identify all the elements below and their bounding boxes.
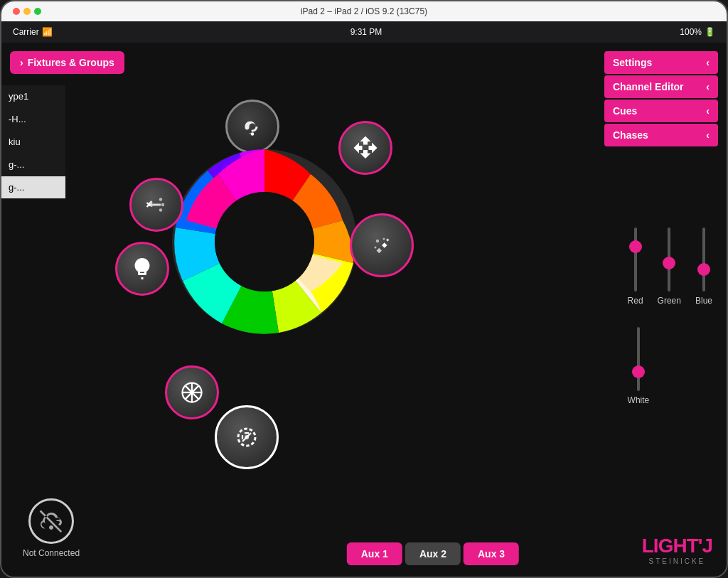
color-picker-button[interactable]	[215, 405, 279, 469]
ear-icon	[240, 114, 265, 139]
color-wheel-inner	[215, 192, 314, 291]
wifi-icon: 📶	[42, 27, 53, 37]
logo-text: LIGHT'J	[642, 535, 712, 557]
sidebar-item-1[interactable]: -H...	[1, 108, 65, 131]
no-connection-icon	[38, 508, 64, 534]
battery-icon: 🔋	[705, 27, 715, 37]
time-display: 9:31 PM	[350, 27, 382, 37]
not-connected-icon	[28, 498, 74, 544]
shutter-icon	[179, 380, 205, 405]
sidebar-item-3[interactable]: g-...	[1, 154, 65, 176]
green-slider-thumb[interactable]	[663, 257, 675, 269]
white-slider-row: White	[628, 327, 712, 405]
channel-editor-label: Channel Editor	[613, 81, 684, 92]
fixtures-groups-label: Fixtures & Groups	[28, 57, 114, 68]
channel-editor-button[interactable]: Channel Editor ‹	[604, 75, 718, 98]
red-slider-label: Red	[628, 296, 643, 306]
sidebar-list: ype1 -H... kiu g-... g-...	[1, 85, 65, 199]
blue-slider-label: Blue	[695, 296, 712, 306]
cues-button[interactable]: Cues ‹	[604, 100, 718, 122]
channel-editor-chevron: ‹	[706, 81, 710, 92]
aux2-button[interactable]: Aux 2	[405, 542, 461, 565]
aux1-button[interactable]: Aux 1	[347, 542, 402, 565]
svg-point-2	[383, 238, 385, 240]
window-controls[interactable]	[13, 8, 41, 15]
color-wheel-container	[172, 149, 357, 334]
white-slider-thumb[interactable]	[632, 365, 645, 378]
mac-status-bar: iPad 2 – iPad 2 / iOS 9.2 (13C75)	[1, 1, 727, 21]
fullscreen-dot[interactable]	[34, 8, 41, 15]
white-slider-track[interactable]	[637, 327, 640, 391]
not-connected-area: Not Connected	[23, 498, 80, 558]
color-wheel-area	[115, 100, 414, 469]
svg-point-12	[159, 198, 163, 201]
logo-area: LIGHT'J STEINICKE	[642, 535, 712, 565]
red-slider-thumb[interactable]	[629, 240, 642, 253]
chases-chevron: ‹	[706, 129, 710, 141]
svg-point-0	[251, 132, 255, 136]
effects-icon	[369, 232, 395, 258]
right-panel: Settings ‹ Channel Editor ‹ Cues ‹ Chase…	[604, 51, 718, 146]
white-slider-col: White	[628, 327, 650, 405]
chases-label: Chases	[613, 129, 648, 141]
fixtures-groups-button[interactable]: › Fixtures & Groups	[10, 51, 124, 74]
shutter-button[interactable]	[165, 365, 219, 419]
svg-point-3	[375, 247, 377, 249]
cues-label: Cues	[613, 105, 637, 117]
green-slider-label: Green	[658, 296, 681, 306]
green-slider-col: Green	[658, 228, 681, 306]
ios-status-bar: Carrier 📶 9:31 PM 100% 🔋	[1, 21, 727, 43]
lamp-icon	[129, 256, 155, 282]
chases-button[interactable]: Chases ‹	[604, 124, 718, 146]
color-picker-icon	[234, 424, 259, 450]
settings-label: Settings	[613, 57, 652, 68]
red-slider-track[interactable]	[634, 228, 637, 291]
logo-j: J	[702, 535, 712, 557]
blue-slider-track[interactable]	[702, 228, 705, 291]
ear-button[interactable]	[225, 100, 279, 154]
chevron-right-icon: ›	[20, 57, 23, 68]
carrier-info: Carrier 📶	[13, 27, 53, 37]
battery-percent: 100%	[680, 27, 702, 37]
red-slider-col: Red	[628, 228, 643, 306]
logo-light: LIGHT'	[642, 535, 702, 557]
svg-point-5	[245, 435, 249, 439]
logo-subtitle: STEINICKE	[642, 557, 712, 565]
settings-chevron: ‹	[706, 57, 710, 68]
lamp-button[interactable]	[115, 242, 169, 296]
main-content: › Fixtures & Groups ype1 -H... kiu g-...…	[1, 43, 727, 578]
blue-slider-thumb[interactable]	[697, 263, 710, 276]
sliders-area: Red Green Blue	[628, 228, 712, 405]
sidebar-item-2[interactable]: kiu	[1, 131, 65, 154]
white-slider-label: White	[628, 395, 650, 405]
close-dot[interactable]	[13, 8, 20, 15]
gobo-button[interactable]	[129, 178, 183, 232]
svg-point-13	[161, 203, 165, 207]
rgb-sliders: Red Green Blue	[628, 228, 712, 306]
minimize-dot[interactable]	[23, 8, 31, 15]
device-frame: iPad 2 – iPad 2 / iOS 9.2 (13C75) Carrie…	[0, 0, 728, 578]
window-title: iPad 2 – iPad 2 / iOS 9.2 (13C75)	[301, 6, 427, 16]
cues-chevron: ‹	[706, 105, 710, 117]
gobo-icon	[144, 192, 169, 218]
aux-buttons: Aux 1 Aux 2 Aux 3	[347, 542, 519, 565]
color-wheel[interactable]	[172, 149, 357, 334]
carrier-label: Carrier	[13, 27, 39, 37]
sidebar-item-4[interactable]: g-...	[1, 176, 65, 199]
aux3-button[interactable]: Aux 3	[464, 542, 519, 565]
effects-button[interactable]	[350, 213, 414, 277]
settings-button[interactable]: Settings ‹	[604, 51, 718, 74]
sidebar-item-0[interactable]: ype1	[1, 85, 65, 108]
svg-point-1	[376, 240, 380, 243]
battery-info: 100% 🔋	[680, 27, 715, 37]
green-slider-track[interactable]	[668, 228, 670, 291]
not-connected-label: Not Connected	[23, 548, 80, 558]
svg-point-14	[159, 208, 163, 212]
blue-slider-col: Blue	[695, 228, 712, 306]
